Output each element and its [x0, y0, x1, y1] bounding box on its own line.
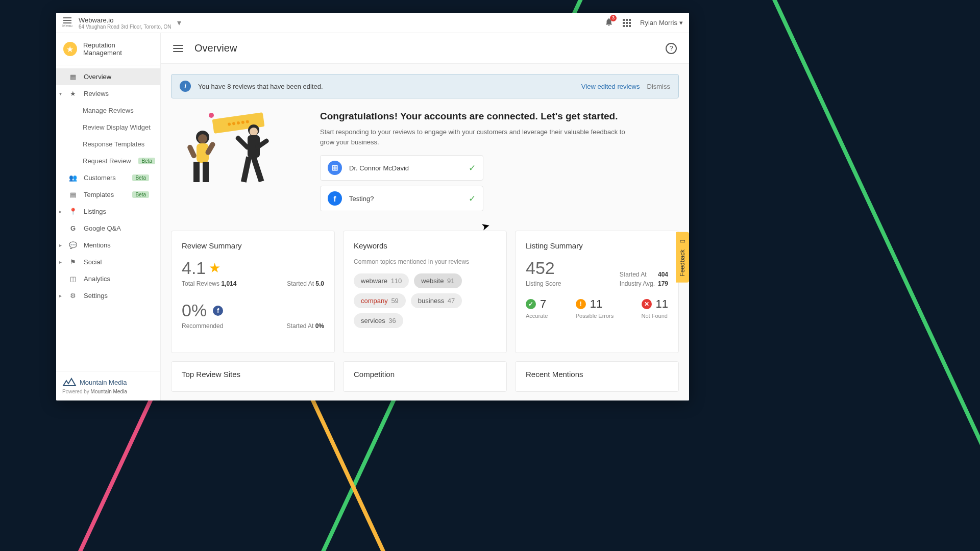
error-icon: ✕	[642, 299, 652, 309]
chat-icon: ▭	[679, 238, 686, 245]
star-icon: ★	[63, 42, 77, 56]
svg-rect-13	[241, 157, 252, 183]
keyword-chip[interactable]: business 47	[411, 293, 462, 308]
card-title: Top Review Sites	[182, 370, 324, 379]
footer-logo: Mountain Media	[62, 378, 154, 387]
sidebar-item-customers[interactable]: 👥CustomersBeta	[56, 169, 160, 186]
sidebar-item-social[interactable]: ▸⚑Social	[56, 254, 160, 270]
chevron-right-icon: ▸	[59, 209, 62, 214]
keyword-chip[interactable]: website 91	[414, 273, 461, 288]
card-title: Recent Mentions	[526, 370, 668, 379]
star-icon: ★	[209, 260, 220, 276]
hamburger-button[interactable]	[173, 45, 183, 52]
company-name: Webware.io	[79, 16, 171, 24]
google-icon: G	[68, 224, 78, 232]
sidebar-item-google-qa[interactable]: GGoogle Q&A	[56, 220, 160, 237]
svg-rect-14	[251, 156, 264, 182]
product-header: ★ Reputation Management	[56, 33, 160, 65]
chevron-right-icon: ▸	[59, 259, 62, 265]
svg-point-11	[250, 128, 258, 136]
listing-score: 452	[526, 258, 561, 278]
gmb-icon: ⊞	[328, 161, 342, 175]
gear-icon: ⚙	[68, 292, 78, 299]
sidebar-item-settings[interactable]: ▸⚙Settings	[56, 287, 160, 304]
hero-illustration	[177, 111, 300, 187]
keyword-chip[interactable]: company 59	[354, 293, 406, 308]
hero-title: Congratulations! Your accounts are conne…	[320, 111, 673, 122]
top-review-sites-card: Top Review Sites	[171, 361, 335, 392]
notification-count: 3	[610, 15, 617, 21]
document-icon: ▤	[68, 191, 78, 198]
keywords-subtitle: Common topics mentioned in your reviews	[354, 258, 496, 265]
sidebar-item-listings[interactable]: ▸📍Listings	[56, 203, 160, 220]
card-title: Listing Summary	[526, 241, 668, 250]
menu-button[interactable]: Menu	[62, 17, 72, 28]
recent-mentions-card: Recent Mentions	[515, 361, 679, 392]
svg-point-4	[198, 134, 207, 143]
keyword-chip[interactable]: webware 110	[354, 273, 409, 288]
feedback-tab[interactable]: Feedback▭	[676, 232, 689, 283]
product-name: Reputation Management	[83, 41, 153, 57]
sidebar-footer: Mountain Media Powered by Mountain Media	[56, 371, 160, 400]
listing-score-label: Listing Score	[526, 280, 561, 287]
flag-icon: ⚑	[68, 258, 78, 266]
rating-value: 4.1★	[182, 258, 324, 278]
nav: ▦Overview ▾★Reviews Manage Reviews Revie…	[56, 65, 160, 371]
user-menu[interactable]: Rylan Morris▾	[640, 19, 683, 27]
dismiss-button[interactable]: Dismiss	[647, 83, 671, 90]
user-name: Rylan Morris	[640, 19, 677, 27]
apps-grid-icon[interactable]	[623, 19, 631, 27]
svg-rect-0	[63, 17, 71, 18]
account-name: Dr. Connor McDavid	[349, 164, 409, 172]
connected-account[interactable]: ⊞ Dr. Connor McDavid ✓	[320, 155, 483, 181]
competition-card: Competition	[343, 361, 507, 392]
company-selector[interactable]: Webware.io 64 Vaughan Road 3rd Floor, To…	[79, 16, 171, 30]
svg-rect-7	[203, 162, 209, 182]
main: Overview ? i You have 8 reviews that hav…	[161, 33, 689, 400]
check-icon: ✓	[469, 193, 476, 204]
svg-rect-6	[193, 162, 200, 182]
facebook-icon: f	[213, 306, 223, 316]
topbar: Menu Webware.io 64 Vaughan Road 3rd Floo…	[56, 13, 689, 33]
review-summary-card: Review Summary 4.1★ Total Reviews 1,014S…	[171, 231, 335, 353]
sidebar-item-analytics[interactable]: ◫Analytics	[56, 270, 160, 287]
info-alert: i You have 8 reviews that have been edit…	[171, 74, 679, 98]
status-not-found: ✕11Not Found	[642, 297, 668, 319]
keyword-chip[interactable]: services 36	[354, 313, 403, 328]
sidebar-item-request-review[interactable]: Request ReviewBeta	[56, 153, 160, 169]
info-icon: i	[180, 81, 191, 92]
svg-rect-8	[187, 144, 198, 159]
pin-icon: 📍	[68, 208, 78, 215]
sidebar-item-overview[interactable]: ▦Overview	[56, 68, 160, 85]
recommended-pct: 0%f	[182, 300, 324, 320]
view-edited-reviews-link[interactable]: View edited reviews	[581, 83, 640, 90]
alert-text: You have 8 reviews that have been edited…	[198, 83, 323, 90]
check-icon: ✓	[469, 163, 476, 173]
card-title: Keywords	[354, 241, 496, 250]
star-icon: ★	[68, 90, 78, 97]
chevron-down-icon[interactable]: ▾	[177, 18, 181, 28]
facebook-icon: f	[328, 191, 342, 206]
chevron-right-icon: ▸	[59, 242, 62, 248]
help-icon[interactable]: ?	[666, 43, 677, 54]
connected-account[interactable]: f Testing? ✓	[320, 186, 483, 211]
chevron-down-icon: ▾	[59, 91, 62, 96]
app-window: Menu Webware.io 64 Vaughan Road 3rd Floo…	[56, 13, 689, 400]
page-title: Overview	[194, 42, 237, 54]
sidebar-item-review-widget[interactable]: Review Display Widget	[56, 119, 160, 136]
beta-badge: Beta	[132, 191, 149, 198]
main-header: Overview ?	[161, 33, 689, 64]
beta-badge: Beta	[138, 158, 155, 164]
menu-label: Menu	[62, 23, 72, 28]
dashboard-icon: ▦	[68, 73, 78, 81]
sidebar-item-reviews[interactable]: ▾★Reviews	[56, 85, 160, 102]
hero: Congratulations! Your accounts are conne…	[171, 111, 679, 216]
card-title: Competition	[354, 370, 496, 379]
sidebar-item-templates[interactable]: ▤TemplatesBeta	[56, 186, 160, 203]
notifications-button[interactable]: 3	[604, 17, 614, 29]
company-address: 64 Vaughan Road 3rd Floor, Toronto, ON	[79, 24, 171, 30]
sidebar-item-mentions[interactable]: ▸💬Mentions	[56, 237, 160, 254]
sidebar-item-manage-reviews[interactable]: Manage Reviews	[56, 102, 160, 119]
sidebar-item-response-templates[interactable]: Response Templates	[56, 136, 160, 153]
chat-icon: 💬	[68, 241, 78, 249]
